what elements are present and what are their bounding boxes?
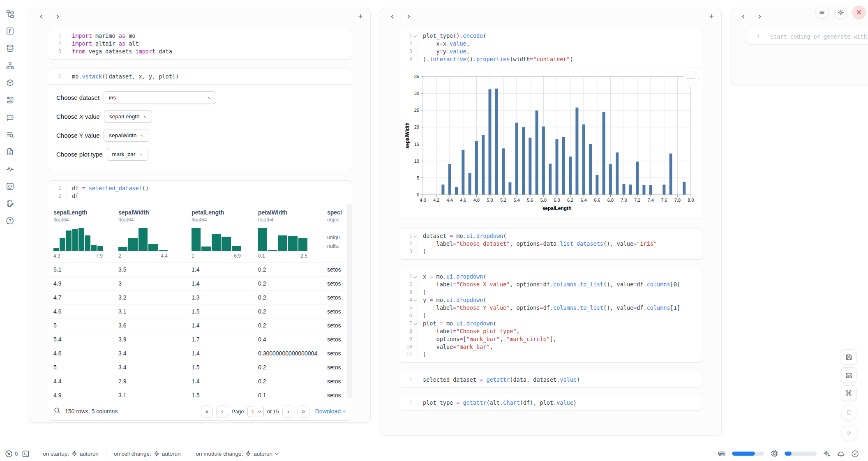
menu-button[interactable] [815, 6, 829, 19]
sidebar-item-file-tree[interactable] [5, 8, 15, 19]
bar-chart[interactable]: 4.04.24.44.64.85.05.25.45.65.86.06.26.46… [404, 71, 698, 217]
column-header[interactable]: sepalLengthfloat644.37.9 [48, 209, 113, 259]
on-cell-change-setting[interactable]: on cell change: autorun [106, 450, 188, 458]
search-icon[interactable] [54, 407, 61, 415]
sidebar-item-scratchpad[interactable] [5, 198, 15, 209]
code-editor[interactable]: 1plot_type().encode(2 x=x.value,3 y=y.va… [399, 28, 703, 67]
cell-widget-dropdowns[interactable]: 1x = mo.ui.dropdown(2 label="Choose X va… [399, 269, 703, 363]
connection-status-icon[interactable] [851, 450, 859, 458]
close-button[interactable] [852, 6, 866, 19]
chevron-left-icon[interactable] [388, 12, 397, 21]
cell-dataset-dropdown[interactable]: 1dataset = mo.ui.dropdown(2 label="Choos… [399, 228, 703, 260]
code-editor[interactable]: 1df = selected_dataset()2df [48, 181, 352, 204]
on-module-change-setting[interactable]: on module change: autorun [188, 450, 286, 458]
x-value-dropdown[interactable]: sepalLength [104, 110, 152, 123]
table-cell: 1.3 [186, 294, 253, 301]
table-row[interactable]: 4.73.21.30.2setos [48, 290, 347, 304]
cell-empty[interactable]: 1 Start coding or generate with [746, 29, 868, 45]
first-page-button[interactable]: « [201, 406, 213, 417]
fold-chevron-icon[interactable] [412, 296, 418, 304]
save-button[interactable] [841, 349, 856, 365]
table-row[interactable]: 53.41.50.2setos [48, 360, 347, 374]
column-header[interactable]: petalWidthfloat640.12.5 [253, 209, 322, 259]
prev-page-button[interactable]: ‹ [216, 406, 228, 417]
cell-selected-dataset[interactable]: 1selected_dataset = getattr(data, datase… [399, 372, 703, 388]
code-editor[interactable]: 1dataset = mo.ui.dropdown(2 label="Choos… [399, 228, 703, 259]
code-editor[interactable]: 1import marimo as mo2import altair as al… [48, 28, 352, 59]
fold-chevron-icon[interactable] [412, 32, 418, 40]
sidebar-item-help[interactable] [5, 215, 15, 226]
code-editor[interactable]: 1x = mo.ui.dropdown(2 label="Choose X va… [399, 269, 703, 362]
chevron-right-icon[interactable] [755, 12, 764, 21]
sidebar-item-tracing[interactable] [5, 164, 15, 174]
chart-menu-button[interactable] [683, 71, 699, 86]
chevron-left-icon[interactable] [739, 12, 748, 21]
table-row[interactable]: 5.13.51.40.2setos [48, 262, 347, 276]
download-button[interactable]: Download [315, 408, 345, 415]
sidebar-item-functions[interactable] [5, 25, 15, 36]
table-scrollbar[interactable] [347, 204, 352, 398]
column-header[interactable]: speciobjecuniqunulls: [322, 209, 342, 259]
table-row[interactable]: 4.42.91.40.2setos [48, 374, 347, 388]
cpu-icon[interactable] [770, 449, 778, 458]
code-line: 2 x=x.value, [402, 40, 697, 48]
settings-button[interactable] [834, 6, 847, 19]
code-editor[interactable]: 1 Start coding or generate with [746, 29, 868, 44]
table-row[interactable]: 53.61.40.2setos [48, 318, 347, 332]
table-row[interactable]: 4.63.11.50.2setos [48, 304, 347, 318]
cell-plot-type[interactable]: 1plot_type = getattr(alt.Chart(df), plot… [399, 395, 703, 411]
cell-plot[interactable]: 1plot_type().encode(2 x=x.value,3 y=y.va… [399, 28, 703, 219]
sidebar-item-chat[interactable] [5, 112, 15, 122]
circle-x-icon [5, 450, 13, 458]
sidebar-item-logs[interactable] [5, 129, 15, 140]
sidebar-item-snippets[interactable] [5, 181, 15, 191]
code-editor[interactable]: 1plot_type = getattr(alt.Chart(df), plot… [399, 395, 703, 410]
chevron-left-icon[interactable] [37, 12, 46, 21]
ai-assistant-icon[interactable] [837, 449, 845, 458]
cell-dataframe[interactable]: 1df = selected_dataset()2df sepalLengthf… [48, 180, 352, 421]
errors-button[interactable] [5, 450, 13, 458]
run-button[interactable] [841, 425, 857, 441]
notebook-column-right: 1 Start coding or generate with [731, 8, 868, 85]
sidebar-item-packages[interactable] [5, 77, 15, 88]
terminal-button[interactable] [22, 450, 30, 458]
sidebar-item-outline[interactable] [5, 95, 15, 105]
table-cell: 4.9 [48, 392, 113, 399]
sidebar-item-dependencies[interactable] [5, 60, 15, 71]
table-row[interactable]: 4.63.41.40.30000000000000004setos [48, 346, 347, 360]
sidebar-item-datasources[interactable] [5, 43, 15, 53]
svg-text:6.4: 6.4 [581, 198, 587, 203]
column-header[interactable]: petalLengthfloat6416.9 [186, 209, 253, 259]
y-value-dropdown[interactable]: sepalWidth [104, 129, 149, 142]
column-header[interactable]: sepalWidthfloat6424.4 [113, 209, 186, 259]
table-row[interactable]: 5.43.91.70.4setos [48, 332, 347, 346]
table-row[interactable]: 4.93.11.50.1setos [48, 388, 347, 402]
layout-toggle-button[interactable] [841, 367, 856, 383]
add-cell-button[interactable]: + [709, 12, 714, 21]
last-page-button[interactable]: » [298, 406, 309, 417]
chevron-right-icon[interactable] [53, 12, 62, 21]
code-editor[interactable]: 1selected_dataset = getattr(data, datase… [399, 372, 703, 387]
sparkles-icon[interactable] [823, 450, 831, 458]
code-line: 7plot = mo.ui.dropdown( [402, 320, 697, 327]
fold-chevron-icon[interactable] [412, 232, 418, 240]
cell-imports[interactable]: 1import marimo as mo2import altair as al… [48, 28, 352, 60]
plot-type-dropdown[interactable]: mark_bar [107, 148, 148, 161]
svg-text:4.6: 4.6 [460, 198, 466, 203]
cell-vstack[interactable]: 1mo.vstack([dataset, x, y, plot]) Choose… [48, 69, 352, 171]
code-editor[interactable]: 1mo.vstack([dataset, x, y, plot]) [48, 69, 352, 84]
fold-chevron-icon[interactable] [412, 320, 418, 327]
stop-button[interactable] [841, 404, 857, 421]
table-row[interactable]: 4.931.40.2setos [48, 276, 347, 290]
add-cell-button[interactable]: + [358, 12, 363, 21]
on-startup-setting[interactable]: on startup: autorun [35, 450, 106, 458]
command-palette-button[interactable]: ⌘ [841, 385, 856, 401]
memory-icon[interactable] [718, 449, 726, 458]
chevron-right-icon[interactable] [404, 12, 413, 21]
page-select[interactable]: 1 [247, 406, 264, 417]
generate-link[interactable]: generate [824, 33, 850, 40]
dataset-dropdown[interactable]: iris [104, 91, 216, 104]
fold-chevron-icon[interactable] [412, 273, 418, 281]
sidebar-item-documentation[interactable] [5, 146, 15, 157]
next-page-button[interactable]: › [282, 406, 294, 417]
